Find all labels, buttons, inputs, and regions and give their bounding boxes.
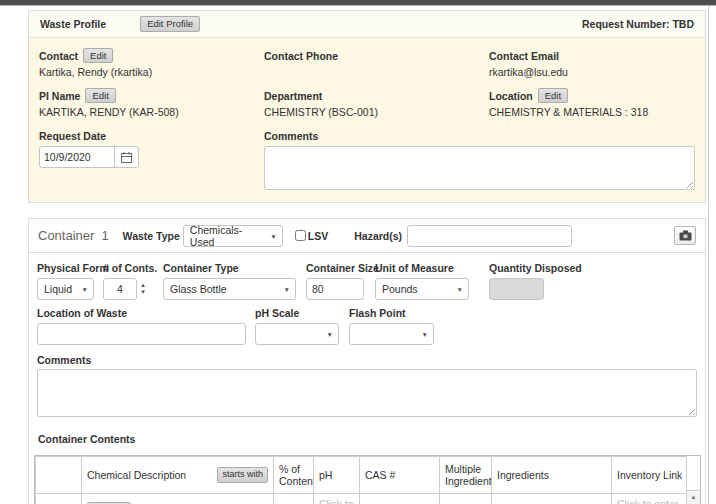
request-date-field: Request Date — [39, 128, 264, 190]
waste-profile-page: Waste Profile Edit Profile Request Numbe… — [0, 0, 716, 504]
container-type-label: Container Type — [163, 262, 296, 275]
location-edit-button[interactable]: Edit — [538, 88, 568, 104]
table-scrollbar-track[interactable]: ▲ — [687, 490, 700, 504]
top-bar — [0, 0, 716, 6]
inventory-link-cell[interactable]: Click to enter Inventory Link # — [612, 494, 689, 504]
quantity-disposed-label: Quantity Disposed — [489, 262, 544, 275]
col-ph: pH — [314, 457, 360, 494]
quantity-disposed-input — [489, 278, 544, 300]
contact-field: Contact Edit Kartika, Rendy (rkartika) — [39, 48, 264, 79]
location-of-waste-field: Location of Waste — [37, 307, 246, 345]
hazards-input[interactable] — [407, 225, 572, 247]
camera-button[interactable] — [674, 226, 696, 245]
contact-email-label: Contact Email — [489, 50, 559, 62]
container-fields: Physical Form Liquid ▼ # of Conts. ▲ ▼ — [29, 253, 705, 417]
container-panel: Container 1 Waste Type Chemicals-Used ▼ … — [28, 218, 706, 504]
chevron-down-icon: ▼ — [327, 332, 333, 339]
lsv-checkbox[interactable] — [295, 230, 306, 241]
ingredients-cell — [492, 494, 612, 504]
chemical-description-cell: SearchWASTE HALOGENATED SOLVENTS - KARTI… — [82, 494, 274, 504]
container-number: 1 — [101, 228, 108, 243]
flash-point-select[interactable]: ▼ — [349, 323, 434, 345]
col-percent-of-content: % of Content — [274, 457, 314, 494]
request-date-picker — [39, 146, 139, 168]
profile-comments-label: Comments — [264, 130, 318, 142]
waste-type-select[interactable]: Chemicals-Used ▼ — [183, 225, 283, 247]
flash-point-label: Flash Point — [349, 307, 434, 320]
contact-phone-field: Contact Phone — [264, 48, 489, 79]
physical-form-select[interactable]: Liquid ▼ — [37, 278, 94, 300]
percent-of-content-cell: 100.00 — [274, 494, 314, 504]
profile-comments-textarea[interactable] — [264, 146, 695, 190]
location-of-waste-input[interactable] — [37, 323, 246, 345]
physical-form-field: Physical Form Liquid ▼ — [37, 262, 94, 300]
contact-edit-button[interactable]: Edit — [83, 48, 113, 64]
num-conts-field: # of Conts. ▲ ▼ — [103, 262, 152, 300]
container-size-input[interactable] — [306, 278, 364, 300]
unit-of-measure-label: Unit of Measure — [375, 262, 469, 275]
container-header: Container 1 Waste Type Chemicals-Used ▼ … — [29, 219, 705, 253]
waste-profile-header: Waste Profile Edit Profile Request Numbe… — [29, 11, 705, 38]
container-size-label: Container Size — [306, 262, 364, 275]
department-value: CHEMISTRY (BSC-001) — [264, 106, 489, 119]
location-label: Location — [489, 90, 533, 102]
request-date-label: Request Date — [39, 130, 106, 142]
col-inventory-link: Inventory Link — [612, 457, 689, 494]
col-chemical-description: Chemical Description starts with — [82, 457, 274, 494]
hazards-label: Hazard(s) — [354, 230, 402, 242]
pi-name-label: PI Name — [39, 90, 80, 102]
num-conts-input[interactable] — [103, 278, 137, 300]
container-comments-label: Comments — [37, 354, 91, 366]
ph-scale-label: pH Scale — [255, 307, 339, 320]
pi-name-edit-button[interactable]: Edit — [85, 88, 115, 104]
unit-of-measure-select[interactable]: Pounds ▼ — [375, 278, 469, 300]
chevron-down-icon: ▼ — [457, 287, 463, 294]
table-row: ☞ SearchWASTE HALOGENATED SOLVENTS - KAR… — [36, 494, 689, 504]
contact-label: Contact — [39, 50, 78, 62]
pi-name-field: PI Name Edit KARTIKA, RENDY (KAR-508) — [39, 88, 264, 119]
chevron-down-icon: ▼ — [270, 234, 276, 241]
request-date-input[interactable] — [40, 147, 114, 167]
contact-phone-value — [264, 66, 489, 79]
waste-type-label: Waste Type — [123, 230, 180, 242]
location-value: CHEMISTRY & MATERIALS : 318 — [489, 106, 695, 119]
lsv-label: LSV — [308, 230, 328, 242]
col-row-selector — [36, 457, 82, 494]
ph-scale-select[interactable]: ▼ — [255, 323, 339, 345]
pi-name-value: KARTIKA, RENDY (KAR-508) — [39, 106, 264, 119]
edit-profile-button[interactable]: Edit Profile — [140, 16, 200, 32]
chevron-down-icon: ▼ — [422, 332, 428, 339]
ph-scale-field: pH Scale ▼ — [255, 307, 339, 345]
container-contents-grid: Chemical Description starts with % of Co… — [34, 455, 701, 504]
ph-cell[interactable]: Click to enter pH — [314, 494, 360, 504]
department-field: Department CHEMISTRY (BSC-001) — [264, 88, 489, 119]
scroll-up-icon[interactable]: ▲ — [687, 494, 700, 501]
col-cas: CAS # — [360, 457, 440, 494]
spinner-down-icon[interactable]: ▼ — [140, 289, 146, 296]
request-number-value: TBD — [672, 18, 694, 30]
table-header-row: Chemical Description starts with % of Co… — [36, 457, 689, 494]
cas-cell[interactable]: Click to enter CAS # — [360, 494, 440, 504]
calendar-button[interactable] — [114, 147, 138, 167]
flash-point-field: Flash Point ▼ — [349, 307, 434, 345]
department-label: Department — [264, 90, 322, 102]
profile-comments-field: Comments — [264, 128, 695, 190]
num-conts-label: # of Conts. — [103, 262, 152, 275]
location-field: Location Edit CHEMISTRY & MATERIALS : 31… — [489, 88, 695, 119]
col-ingredients: Ingredients — [492, 457, 612, 494]
container-comments-textarea[interactable] — [37, 369, 697, 417]
page-title: Waste Profile — [40, 18, 106, 30]
container-type-field: Container Type Glass Bottle ▼ — [163, 262, 296, 300]
chevron-down-icon: ▼ — [284, 287, 290, 294]
container-type-select[interactable]: Glass Bottle ▼ — [163, 278, 296, 300]
table-scrollbar[interactable]: ▲ — [686, 456, 700, 504]
request-number-label: Request Number: — [582, 18, 670, 30]
quantity-disposed-field: Quantity Disposed — [489, 262, 544, 300]
spinner-up-icon[interactable]: ▲ — [140, 282, 146, 289]
location-of-waste-label: Location of Waste — [37, 307, 246, 320]
contact-value: Kartika, Rendy (rkartika) — [39, 66, 264, 79]
stepper-arrows: ▲ ▼ — [140, 282, 146, 296]
camera-icon — [679, 230, 692, 241]
waste-profile-panel: Waste Profile Edit Profile Request Numbe… — [28, 10, 706, 203]
starts-with-button[interactable]: starts with — [217, 467, 268, 482]
